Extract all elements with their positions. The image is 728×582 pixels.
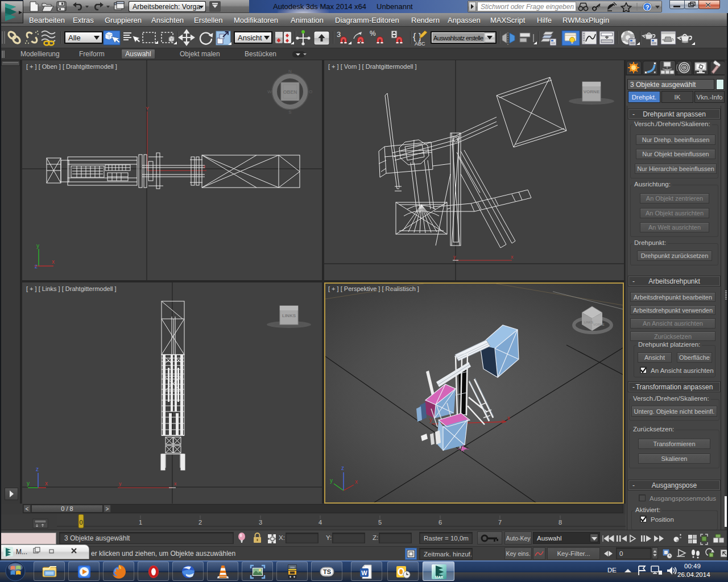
svg-text:VORNE: VORNE xyxy=(584,89,600,94)
svg-text:6: 6 xyxy=(439,519,442,526)
svg-text:5: 5 xyxy=(378,519,382,526)
svg-text:z: z xyxy=(36,466,39,472)
svg-text:?: ? xyxy=(646,4,650,11)
svg-text:x: x xyxy=(511,254,514,260)
svg-text:MAX: MAX xyxy=(435,575,444,579)
svg-text:2: 2 xyxy=(198,519,202,526)
svg-text:x: x xyxy=(507,415,510,421)
svg-text:x: x xyxy=(174,481,177,487)
svg-text:TS: TS xyxy=(323,568,331,575)
svg-text:W: W xyxy=(267,89,272,94)
svg-text:Y: Y xyxy=(146,106,149,111)
svg-text:y: y xyxy=(453,254,456,260)
svg-text:3: 3 xyxy=(337,30,341,39)
svg-text:ABC: ABC xyxy=(415,41,425,47)
svg-text:VORNE: VORNE xyxy=(593,323,605,326)
svg-text:x: x xyxy=(52,259,55,265)
svg-text:S: S xyxy=(288,110,291,115)
svg-text:O: O xyxy=(309,89,312,94)
svg-text:Alle: Alle xyxy=(68,34,81,42)
svg-text:y: y xyxy=(119,481,122,487)
svg-text:N: N xyxy=(288,69,292,74)
svg-text:2316: 2316 xyxy=(290,567,295,569)
svg-text:Auswahlsatz erstelle: Auswahlsatz erstelle xyxy=(433,35,483,41)
svg-text:3: 3 xyxy=(259,519,262,526)
svg-text:z: z xyxy=(341,465,344,471)
svg-text:M...: M... xyxy=(16,548,27,556)
svg-text:W: W xyxy=(361,569,367,576)
svg-text:x: x xyxy=(45,480,48,487)
svg-text:x: x xyxy=(203,164,206,169)
svg-text:%: % xyxy=(370,30,376,38)
svg-text:Ansicht: Ansicht xyxy=(238,34,262,42)
svg-text:7: 7 xyxy=(498,519,502,526)
svg-text:LINKS: LINKS xyxy=(282,313,296,318)
svg-text:4: 4 xyxy=(318,519,322,526)
svg-text:8: 8 xyxy=(559,519,562,526)
svg-text:y: y xyxy=(36,243,39,249)
svg-text:x: x xyxy=(355,479,358,485)
svg-text:OBEN: OBEN xyxy=(283,89,297,95)
svg-text:y: y xyxy=(429,417,432,423)
svg-text:y: y xyxy=(330,477,333,484)
svg-text:0: 0 xyxy=(79,519,82,526)
svg-text:y: y xyxy=(27,480,30,487)
svg-text:LINKS: LINKS xyxy=(584,321,593,324)
svg-text:1: 1 xyxy=(139,519,142,526)
svg-text:Arbeitsbereich: Vorga: Arbeitsbereich: Vorga xyxy=(133,3,201,11)
